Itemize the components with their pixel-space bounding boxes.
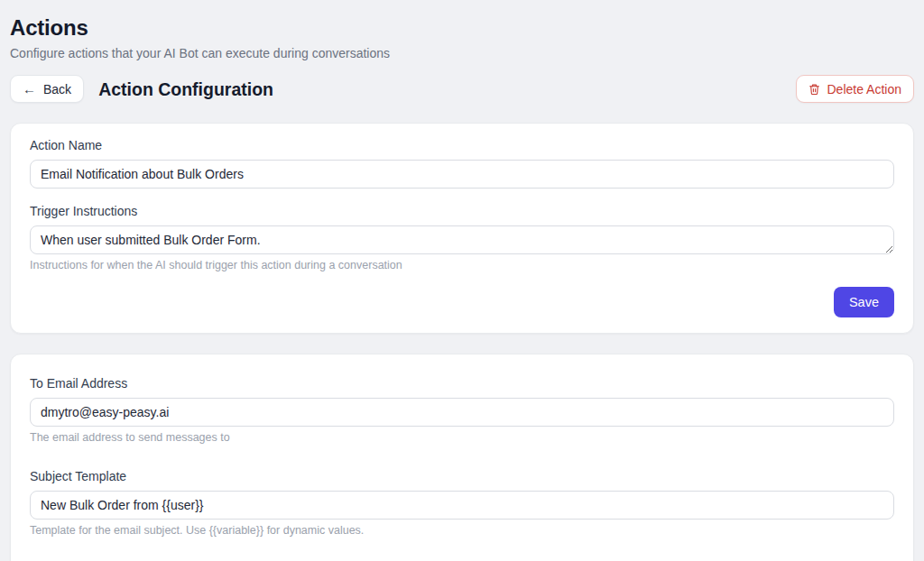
section-title: Action Configuration xyxy=(98,78,273,100)
email-settings-card: To Email Address The email address to se… xyxy=(10,354,914,561)
to-email-input[interactable] xyxy=(30,398,894,427)
subject-template-label: Subject Template xyxy=(30,469,894,484)
trigger-instructions-textarea[interactable]: When user submitted Bulk Order Form. xyxy=(30,225,894,254)
save-row: Save xyxy=(30,287,894,317)
to-email-field-group: To Email Address The email address to se… xyxy=(30,376,894,445)
action-name-input[interactable] xyxy=(30,160,894,189)
delete-button-label: Delete Action xyxy=(827,82,902,97)
trigger-instructions-label: Trigger Instructions xyxy=(30,204,894,219)
actions-page: Actions Configure actions that your AI B… xyxy=(0,0,924,561)
back-arrow-icon: ← xyxy=(23,82,36,96)
trigger-instructions-help: Instructions for when the AI should trig… xyxy=(30,259,894,272)
to-email-label: To Email Address xyxy=(30,376,894,391)
back-button-label: Back xyxy=(43,82,71,97)
subject-template-help: Template for the email subject. Use {{va… xyxy=(30,524,894,538)
back-button[interactable]: ← Back xyxy=(10,75,84,103)
toolbar: ← Back Action Configuration Delete Actio… xyxy=(10,75,914,103)
to-email-help: The email address to send messages to xyxy=(30,431,894,445)
save-button[interactable]: Save xyxy=(834,287,894,317)
page-subtitle: Configure actions that your AI Bot can e… xyxy=(10,46,914,61)
page-title: Actions xyxy=(10,0,914,40)
delete-action-button[interactable]: Delete Action xyxy=(796,75,915,103)
action-config-card: Action Name Trigger Instructions When us… xyxy=(10,123,914,334)
subject-template-field-group: Subject Template Template for the email … xyxy=(30,469,894,538)
trash-icon xyxy=(808,83,820,96)
subject-template-input[interactable] xyxy=(30,491,894,520)
action-name-label: Action Name xyxy=(30,138,894,153)
